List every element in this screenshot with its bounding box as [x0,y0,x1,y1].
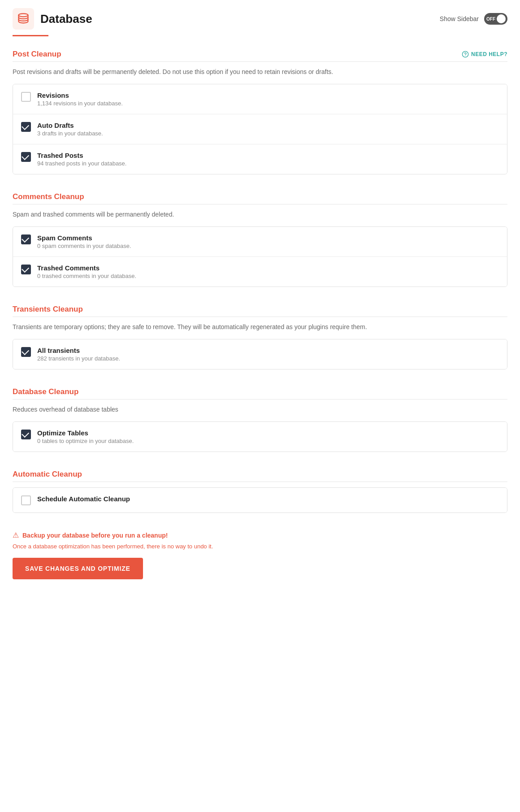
revisions-option: Revisions 1,134 revisions in your databa… [13,84,507,114]
database-cleanup-title: Database Cleanup [13,387,78,396]
post-cleanup-section: Post Cleanup NEED HELP? Post revisions a… [13,50,507,174]
help-icon [462,51,469,58]
comments-cleanup-options: Spam Comments 0 spam comments in your da… [13,226,507,287]
header-right: Show Sidebar OFF [440,13,507,25]
toggle-knob [497,14,506,23]
automatic-cleanup-header: Automatic Cleanup [13,470,507,479]
database-icon [13,8,34,30]
database-cleanup-header: Database Cleanup [13,387,507,396]
transients-cleanup-divider [13,317,507,317]
trashed-posts-checkbox[interactable] [21,152,31,162]
all-transients-checkbox[interactable] [21,347,31,357]
show-sidebar-label: Show Sidebar [440,15,479,22]
all-transients-option: All transients 282 transients in your da… [13,339,507,369]
automatic-cleanup-section: Automatic Cleanup Schedule Automatic Cle… [13,470,507,513]
save-changes-button[interactable]: SAVE CHANGES AND OPTIMIZE [13,558,143,579]
comments-cleanup-description: Spam and trashed comments will be perman… [13,210,507,219]
spam-comments-option: Spam Comments 0 spam comments in your da… [13,227,507,257]
database-cleanup-options: Optimize Tables 0 tables to optimize in … [13,421,507,452]
post-cleanup-description: Post revisions and drafts will be perman… [13,67,507,77]
trashed-comments-text: Trashed Comments 0 trashed comments in y… [37,264,136,279]
spam-comments-checkbox[interactable] [21,234,31,244]
auto-drafts-label: Auto Drafts [37,122,103,129]
trashed-comments-label: Trashed Comments [37,264,136,272]
trashed-comments-checkbox[interactable] [21,265,31,274]
post-cleanup-options: Revisions 1,134 revisions in your databa… [13,84,507,174]
comments-cleanup-header: Comments Cleanup [13,192,507,201]
spam-comments-label: Spam Comments [37,234,131,242]
auto-drafts-checkbox[interactable] [21,122,31,132]
all-transients-label: All transients [37,347,120,354]
transients-cleanup-section: Transients Cleanup Transients are tempor… [13,305,507,369]
optimize-tables-checkbox[interactable] [21,430,31,439]
trashed-comments-sub: 0 trashed comments in your database. [37,273,136,279]
trashed-comments-option: Trashed Comments 0 trashed comments in y… [13,257,507,287]
comments-cleanup-divider [13,204,507,204]
trashed-posts-text: Trashed Posts 94 trashed posts in your d… [37,152,126,167]
warning-text-2: Once a database optimization has been pe… [13,543,507,550]
warning-text-1: Backup your database before you run a cl… [22,532,168,539]
revisions-label: Revisions [37,91,123,99]
header-left: Database [13,8,92,30]
auto-drafts-sub: 3 drafts in your database. [37,130,103,137]
transients-cleanup-description: Transients are temporary options; they a… [13,322,507,332]
main-content: Post Cleanup NEED HELP? Post revisions a… [0,36,520,593]
auto-drafts-option: Auto Drafts 3 drafts in your database. [13,114,507,144]
transients-cleanup-options: All transients 282 transients in your da… [13,339,507,369]
need-help-button[interactable]: NEED HELP? [462,51,507,58]
all-transients-text: All transients 282 transients in your da… [37,347,120,362]
comments-cleanup-title: Comments Cleanup [13,192,84,201]
post-cleanup-divider [13,61,507,62]
schedule-auto-cleanup-checkbox[interactable] [21,495,31,505]
toggle-off-label: OFF [486,17,495,22]
spam-comments-sub: 0 spam comments in your database. [37,243,131,249]
database-cleanup-section: Database Cleanup Reduces overhead of dat… [13,387,507,452]
database-cleanup-divider [13,399,507,399]
trashed-posts-option: Trashed Posts 94 trashed posts in your d… [13,144,507,174]
post-cleanup-title: Post Cleanup [13,50,61,59]
trashed-posts-label: Trashed Posts [37,152,126,159]
auto-drafts-text: Auto Drafts 3 drafts in your database. [37,122,103,137]
automatic-cleanup-options: Schedule Automatic Cleanup [13,487,507,513]
optimize-tables-text: Optimize Tables 0 tables to optimize in … [37,429,134,444]
optimize-tables-option: Optimize Tables 0 tables to optimize in … [13,422,507,452]
schedule-auto-cleanup-text: Schedule Automatic Cleanup [37,495,130,503]
all-transients-sub: 282 transients in your database. [37,355,120,362]
revisions-sub: 1,134 revisions in your database. [37,100,123,107]
sidebar-toggle[interactable]: OFF [484,13,507,25]
transients-cleanup-title: Transients Cleanup [13,305,83,314]
warning-icon: ⚠ [13,531,19,539]
revisions-checkbox[interactable] [21,92,31,102]
optimize-tables-sub: 0 tables to optimize in your database. [37,438,134,444]
svg-point-0 [19,13,28,17]
page-header: Database Show Sidebar OFF [0,0,520,30]
optimize-tables-label: Optimize Tables [37,429,134,437]
schedule-auto-cleanup-option: Schedule Automatic Cleanup [13,488,507,512]
warning-line-1: ⚠ Backup your database before you run a … [13,531,507,539]
post-cleanup-header: Post Cleanup NEED HELP? [13,50,507,59]
revisions-text: Revisions 1,134 revisions in your databa… [37,91,123,107]
spam-comments-text: Spam Comments 0 spam comments in your da… [37,234,131,249]
trashed-posts-sub: 94 trashed posts in your database. [37,160,126,167]
warning-area: ⚠ Backup your database before you run a … [13,531,507,550]
schedule-auto-cleanup-label: Schedule Automatic Cleanup [37,495,130,503]
transients-cleanup-header: Transients Cleanup [13,305,507,314]
database-cleanup-description: Reduces overhead of database tables [13,405,507,414]
page-title: Database [40,12,92,26]
automatic-cleanup-divider [13,482,507,482]
automatic-cleanup-title: Automatic Cleanup [13,470,82,479]
comments-cleanup-section: Comments Cleanup Spam and trashed commen… [13,192,507,287]
